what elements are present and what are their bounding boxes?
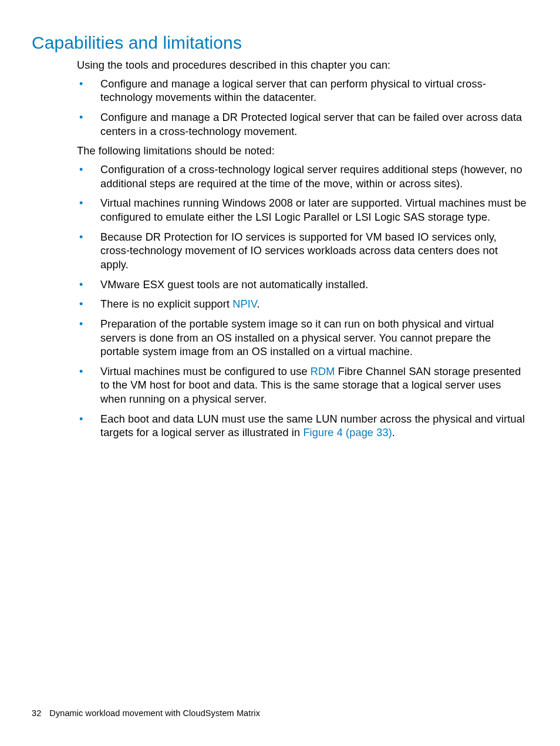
page-number: 32 (32, 708, 41, 718)
text-fragment: . (392, 427, 395, 438)
link-rdm[interactable]: RDM (311, 366, 335, 377)
limitations-list: Configuration of a cross-technology logi… (77, 163, 528, 440)
intro-capabilities: Using the tools and procedures described… (77, 59, 528, 73)
link-figure-4[interactable]: Figure 4 (page 33) (303, 427, 392, 438)
footer-title: Dynamic workload movement with CloudSyst… (49, 708, 260, 718)
list-item: Preparation of the portable system image… (77, 318, 528, 359)
text-fragment: Virtual machines must be configured to u… (100, 366, 311, 377)
link-npiv[interactable]: NPIV (232, 298, 257, 310)
page: Capabilities and limitations Using the t… (0, 0, 560, 746)
list-item: Configuration of a cross-technology logi… (77, 163, 528, 191)
list-item: VMware ESX guest tools are not automatic… (77, 278, 528, 292)
list-item: Configure and manage a logical server th… (77, 77, 528, 105)
list-item: Virtual machines running Windows 2008 or… (77, 197, 528, 224)
text-fragment: There is no explicit support (100, 298, 232, 310)
list-item: Virtual machines must be configured to u… (77, 365, 528, 407)
page-footer: 32Dynamic workload movement with CloudSy… (32, 708, 260, 718)
capabilities-list: Configure and manage a logical server th… (77, 77, 528, 139)
list-item: Because DR Protection for IO services is… (77, 231, 528, 272)
body-block: Using the tools and procedures described… (77, 59, 528, 440)
text-fragment: . (257, 298, 260, 310)
intro-limitations: The following limitations should be note… (77, 144, 528, 158)
section-heading: Capabilities and limitations (32, 33, 528, 53)
list-item: Each boot and data LUN must use the same… (77, 413, 528, 440)
list-item: There is no explicit support NPIV. (77, 298, 528, 312)
list-item: Configure and manage a DR Protected logi… (77, 111, 528, 139)
